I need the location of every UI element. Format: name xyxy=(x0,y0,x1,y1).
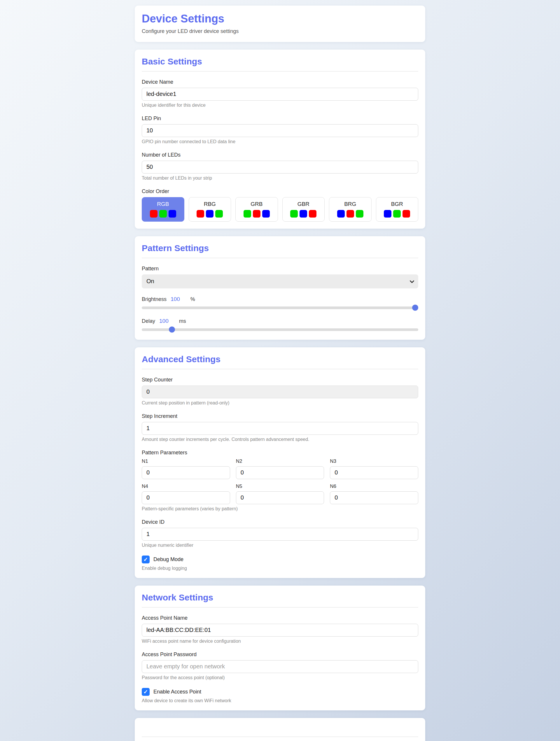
step-counter-hint: Current step position in pattern (read-o… xyxy=(142,400,418,406)
pattern-settings-title: Pattern Settings xyxy=(142,243,418,253)
pattern-settings-card: Pattern Settings Pattern On Brightness 1… xyxy=(135,236,425,340)
pattern-parameters-group: Pattern Parameters N1 N2 N3 N4 xyxy=(142,450,418,512)
color-swatch xyxy=(337,210,345,217)
ap-password-field-group: Access Point Password Password for the a… xyxy=(142,652,418,680)
pattern-select-value: On xyxy=(146,278,154,285)
enable-ap-checkbox[interactable]: ✓ xyxy=(142,688,149,696)
param-n2-input[interactable] xyxy=(236,466,324,479)
param-n5-input[interactable] xyxy=(236,491,324,504)
pattern-field-group: Pattern On xyxy=(142,266,418,288)
device-name-field-group: Device Name Unique identifier for this d… xyxy=(142,79,418,108)
swatch-row xyxy=(384,210,410,217)
brightness-field-group: Brightness 100 % xyxy=(142,296,418,309)
pattern-select[interactable]: On xyxy=(142,274,418,288)
num-leds-label: Number of LEDs xyxy=(142,152,418,158)
brightness-row: Brightness 100 % xyxy=(142,296,418,302)
swatch-row xyxy=(244,210,270,217)
swatch-row xyxy=(337,210,363,217)
delay-unit: ms xyxy=(179,318,186,324)
device-name-hint: Unique identifier for this device xyxy=(142,103,418,108)
enable-ap-row: ✓ Enable Access Point xyxy=(142,688,418,696)
check-icon: ✓ xyxy=(143,689,148,695)
debug-mode-group: ✓ Debug Mode Enable debug logging xyxy=(142,555,418,571)
brightness-slider-thumb[interactable] xyxy=(412,305,418,311)
chevron-down-icon xyxy=(410,278,414,285)
color-order-option-bgr[interactable]: BGR xyxy=(376,197,419,222)
color-order-group: RGB RBG GRB xyxy=(142,197,418,222)
color-order-field-group: Color Order RGB RBG xyxy=(142,188,418,222)
param-n3-label: N3 xyxy=(330,458,418,464)
ap-name-input[interactable] xyxy=(142,624,418,636)
param-n4-label: N4 xyxy=(142,483,230,489)
brightness-unit: % xyxy=(190,296,195,302)
color-order-label: Color Order xyxy=(142,188,418,195)
color-order-option-rgb[interactable]: RGB xyxy=(142,197,184,222)
param-n3-input[interactable] xyxy=(330,466,418,479)
ap-name-field-group: Access Point Name WiFi access point name… xyxy=(142,615,418,644)
num-leds-input[interactable] xyxy=(142,161,418,174)
swatch-row xyxy=(150,210,176,217)
step-increment-field-group: Step Increment Amount step counter incre… xyxy=(142,413,418,442)
color-order-option-label: GBR xyxy=(298,201,309,207)
param-n4-cell: N4 xyxy=(142,483,230,504)
param-n6-label: N6 xyxy=(330,483,418,489)
enable-ap-hint: Allow device to create its own WiFi netw… xyxy=(142,698,418,703)
color-swatch xyxy=(159,210,167,217)
color-swatch xyxy=(262,210,270,217)
color-swatch xyxy=(215,210,223,217)
color-order-option-label: RBG xyxy=(204,201,216,207)
brightness-slider[interactable] xyxy=(142,307,418,309)
color-order-option-label: RGB xyxy=(157,201,169,207)
ap-password-label: Access Point Password xyxy=(142,652,418,658)
color-order-option-grb[interactable]: GRB xyxy=(235,197,278,222)
led-pin-field-group: LED Pin GPIO pin number connected to LED… xyxy=(142,116,418,144)
network-settings-card: Network Settings Access Point Name WiFi … xyxy=(135,586,425,711)
ap-password-input[interactable] xyxy=(142,660,418,673)
color-order-option-gbr[interactable]: GBR xyxy=(282,197,325,222)
page-subtitle: Configure your LED driver device setting… xyxy=(142,28,418,35)
param-n6-input[interactable] xyxy=(330,491,418,504)
color-order-option-brg[interactable]: BRG xyxy=(329,197,372,222)
param-n4-input[interactable] xyxy=(142,491,230,504)
delay-slider-thumb[interactable] xyxy=(169,327,175,333)
check-icon: ✓ xyxy=(143,557,148,562)
device-id-hint: Unique numeric identifier xyxy=(142,543,418,548)
color-swatch xyxy=(356,210,363,217)
step-increment-input[interactable] xyxy=(142,422,418,435)
color-swatch xyxy=(402,210,410,217)
color-order-option-rbg[interactable]: RBG xyxy=(189,197,231,222)
footer-spacer xyxy=(142,725,418,737)
color-swatch xyxy=(150,210,158,217)
step-increment-hint: Amount step counter increments per cycle… xyxy=(142,437,418,442)
delay-slider[interactable] xyxy=(142,328,418,331)
step-increment-label: Step Increment xyxy=(142,413,418,419)
num-leds-hint: Total number of LEDs in your strip xyxy=(142,176,418,181)
param-n2-label: N2 xyxy=(236,458,324,464)
enable-ap-group: ✓ Enable Access Point Allow device to cr… xyxy=(142,688,418,703)
delay-row: Delay 100 ms xyxy=(142,318,418,324)
device-id-input[interactable] xyxy=(142,528,418,541)
actions-card: Reset to Defaults Save Settings xyxy=(135,718,425,741)
debug-mode-label: Debug Mode xyxy=(153,556,183,562)
pattern-parameters-hint: Pattern-specific parameters (varies by p… xyxy=(142,506,418,512)
param-n2-cell: N2 xyxy=(236,458,324,479)
param-n1-input[interactable] xyxy=(142,466,230,479)
device-name-input[interactable] xyxy=(142,88,418,100)
color-swatch xyxy=(347,210,354,217)
pattern-parameters-label: Pattern Parameters xyxy=(142,450,418,456)
led-pin-label: LED Pin xyxy=(142,116,418,122)
debug-mode-row: ✓ Debug Mode xyxy=(142,555,418,563)
color-swatch xyxy=(384,210,391,217)
debug-mode-checkbox[interactable]: ✓ xyxy=(142,555,149,563)
delay-field-group: Delay 100 ms xyxy=(142,318,418,331)
ap-name-hint: WiFi access point name for device config… xyxy=(142,638,418,644)
color-swatch xyxy=(169,210,176,217)
delay-label: Delay xyxy=(142,318,155,324)
section-divider xyxy=(142,369,418,369)
led-pin-input[interactable] xyxy=(142,124,418,137)
brightness-label: Brightness xyxy=(142,296,167,302)
advanced-settings-title: Advanced Settings xyxy=(142,354,418,364)
param-n5-label: N5 xyxy=(236,483,324,489)
device-id-label: Device ID xyxy=(142,519,418,525)
pattern-label: Pattern xyxy=(142,266,418,272)
